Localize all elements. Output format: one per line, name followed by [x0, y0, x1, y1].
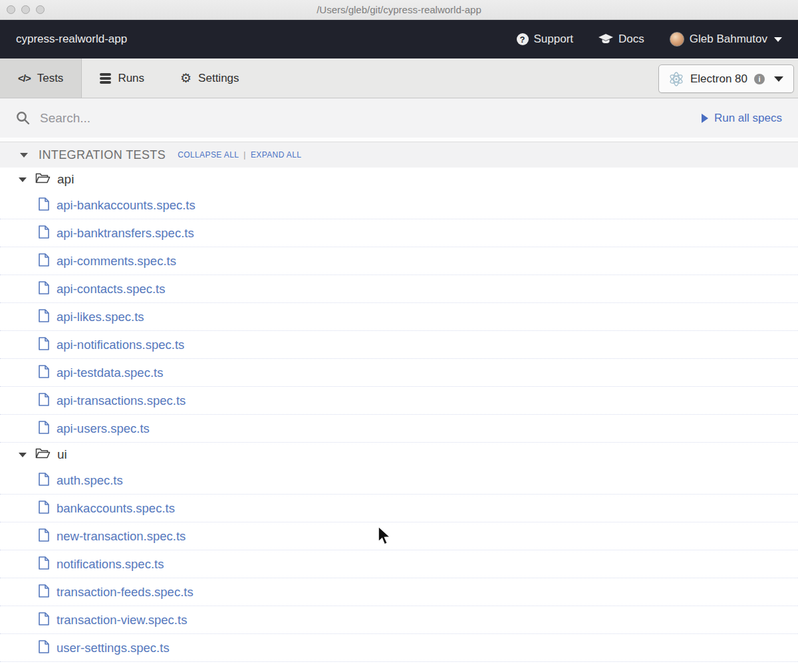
spec-file-name: transaction-view.spec.ts: [57, 613, 187, 627]
document-icon: [39, 197, 49, 213]
search-icon: [16, 111, 30, 125]
app-header: cypress-realworld-app ? Support Docs Gle…: [0, 20, 798, 58]
chevron-down-icon: [20, 153, 28, 158]
tab-settings[interactable]: ⚙ Settings: [162, 58, 257, 98]
spec-file-name: api-notifications.spec.ts: [57, 338, 184, 352]
collapse-all-link[interactable]: COLLAPSE ALL: [178, 150, 239, 160]
tab-settings-label: Settings: [198, 72, 239, 85]
avatar: [670, 32, 684, 47]
document-icon: [39, 365, 49, 381]
chevron-down-icon: [19, 177, 27, 182]
code-icon: </>: [18, 72, 31, 84]
spec-file-row[interactable]: api-transactions.spec.ts: [0, 387, 798, 415]
spec-file-row[interactable]: api-notifications.spec.ts: [0, 331, 798, 359]
window-titlebar: /Users/gleb/git/cypress-realworld-app: [0, 0, 798, 20]
spec-file-row[interactable]: api-comments.spec.ts: [0, 247, 798, 275]
document-icon: [39, 225, 49, 241]
tab-tests-label: Tests: [37, 72, 64, 85]
nav-bar: </> Tests Runs ⚙ Settings Electron 80 i: [0, 58, 798, 98]
integration-tests-header[interactable]: INTEGRATION TESTS COLLAPSE ALL | EXPAND …: [0, 142, 798, 168]
run-all-specs-label: Run all specs: [714, 112, 782, 125]
document-icon: [39, 612, 49, 628]
document-icon: [39, 528, 49, 544]
spec-file-row[interactable]: bankaccounts.spec.ts: [0, 495, 798, 522]
chevron-down-icon: [774, 76, 783, 82]
folder-open-icon: [35, 172, 51, 187]
folder-row-ui[interactable]: ui: [0, 443, 798, 467]
graduation-cap-icon: [598, 34, 613, 45]
spec-file-name: bankaccounts.spec.ts: [57, 501, 175, 516]
tab-tests[interactable]: </> Tests: [0, 58, 82, 98]
spec-file-name: api-testdata.spec.ts: [57, 366, 163, 380]
spec-file-row[interactable]: api-banktransfers.spec.ts: [0, 219, 798, 247]
spec-file-row[interactable]: api-likes.spec.ts: [0, 303, 798, 331]
spec-file-name: api-transactions.spec.ts: [57, 393, 186, 408]
spec-file-row[interactable]: user-settings.spec.ts: [0, 634, 798, 662]
window-title-path: /Users/gleb/git/cypress-realworld-app: [317, 4, 481, 15]
electron-atom-icon: [669, 72, 684, 86]
folder-open-icon: [35, 447, 51, 462]
spec-file-row[interactable]: notifications.spec.ts: [0, 550, 798, 578]
search-input[interactable]: [40, 111, 692, 126]
collapse-expand-links: COLLAPSE ALL | EXPAND ALL: [178, 150, 301, 160]
tab-runs[interactable]: Runs: [82, 58, 162, 98]
document-icon: [39, 584, 49, 600]
play-icon: [702, 114, 708, 123]
document-icon: [39, 253, 49, 269]
spec-file-row[interactable]: new-transaction.spec.ts: [0, 522, 798, 550]
user-name: Gleb Bahmutov: [690, 33, 767, 46]
document-icon: [39, 501, 49, 516]
docs-label: Docs: [618, 33, 644, 46]
document-icon: [39, 337, 49, 353]
chevron-down-icon: [774, 37, 782, 42]
spec-file-name: api-comments.spec.ts: [57, 254, 176, 269]
chevron-down-icon: [19, 453, 27, 457]
document-icon: [39, 393, 49, 409]
header-menu: ? Support Docs Gleb Bahmutov: [517, 32, 782, 47]
spec-file-row[interactable]: transaction-view.spec.ts: [0, 606, 798, 634]
search-bar: Run all specs: [0, 98, 798, 138]
project-name: cypress-realworld-app: [16, 33, 127, 46]
document-icon: [39, 556, 49, 572]
support-label: Support: [534, 33, 574, 46]
user-menu[interactable]: Gleb Bahmutov: [670, 32, 782, 47]
document-icon: [39, 421, 49, 437]
browser-select-label: Electron 80: [690, 72, 747, 86]
spec-file-row[interactable]: api-bankaccounts.spec.ts: [0, 191, 798, 219]
gear-icon: ⚙: [180, 72, 192, 84]
spec-file-name: auth.spec.ts: [57, 473, 123, 488]
question-circle-icon: ?: [517, 33, 529, 45]
docs-link[interactable]: Docs: [598, 33, 644, 46]
spec-file-row[interactable]: api-contacts.spec.ts: [0, 275, 798, 303]
spec-file-name: notifications.spec.ts: [57, 557, 164, 572]
spec-file-row[interactable]: api-users.spec.ts: [0, 415, 798, 443]
tab-runs-label: Runs: [118, 72, 144, 85]
run-all-specs-button[interactable]: Run all specs: [702, 112, 782, 125]
spec-file-name: api-users.spec.ts: [57, 421, 150, 436]
spec-file-name: api-contacts.spec.ts: [57, 282, 166, 296]
browser-select-dropdown[interactable]: Electron 80 i: [658, 64, 794, 93]
zoom-window-button[interactable]: [36, 5, 45, 14]
spec-file-name: new-transaction.spec.ts: [57, 529, 186, 544]
expand-all-link[interactable]: EXPAND ALL: [251, 150, 301, 160]
spec-file-name: api-banktransfers.spec.ts: [57, 226, 194, 241]
link-separator: |: [243, 150, 246, 160]
support-link[interactable]: ? Support: [517, 33, 574, 46]
section-title: INTEGRATION TESTS: [39, 148, 166, 162]
document-icon: [39, 281, 49, 297]
spec-file-row[interactable]: api-testdata.spec.ts: [0, 359, 798, 387]
minimize-window-button[interactable]: [21, 5, 30, 14]
database-icon: [100, 73, 111, 84]
close-window-button[interactable]: [7, 5, 15, 14]
window-controls: [7, 5, 45, 14]
spec-list: apiapi-bankaccounts.spec.tsapi-banktrans…: [0, 168, 798, 662]
folder-row-api[interactable]: api: [0, 168, 798, 191]
spec-file-row[interactable]: auth.spec.ts: [0, 467, 798, 495]
document-icon: [39, 309, 49, 325]
folder-name: api: [57, 172, 74, 187]
spec-file-name: user-settings.spec.ts: [57, 641, 170, 655]
folder-name: ui: [57, 447, 67, 462]
info-circle-icon[interactable]: i: [754, 74, 765, 84]
spec-file-row[interactable]: transaction-feeds.spec.ts: [0, 578, 798, 606]
spec-file-name: api-likes.spec.ts: [57, 310, 144, 324]
